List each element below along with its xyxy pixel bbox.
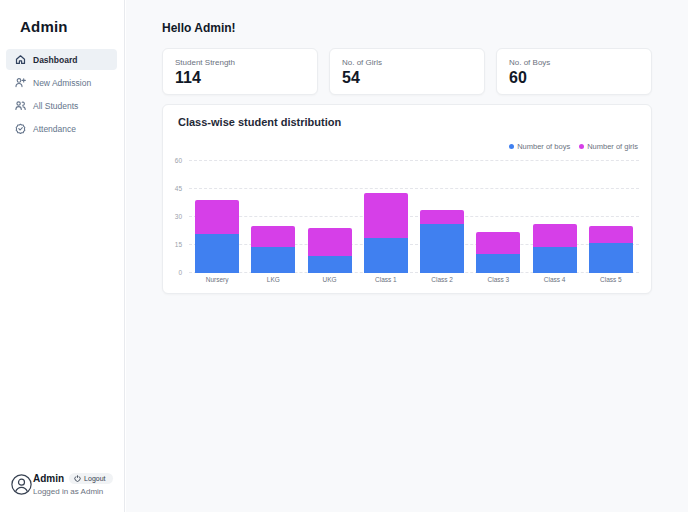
bar-column	[527, 161, 583, 273]
chart-plot: 015304560	[189, 161, 639, 273]
bar-segment[interactable]	[308, 228, 352, 256]
legend-dot-icon	[509, 144, 514, 149]
stat-card-girls: No. of Girls 54	[329, 48, 485, 95]
x-axis-label: LKG	[245, 276, 301, 283]
sidebar-item-all-students[interactable]: All Students	[6, 95, 117, 116]
stat-value: 60	[509, 69, 639, 87]
bar-segment[interactable]	[308, 256, 352, 273]
bar-segment[interactable]	[420, 224, 464, 273]
sidebar: Admin Dashboard New Admission All Studen…	[0, 0, 125, 512]
bar-lkg[interactable]	[251, 161, 295, 273]
y-axis-tick-label: 60	[175, 157, 182, 164]
bar-column	[583, 161, 639, 273]
stat-value: 114	[175, 69, 305, 87]
bar-segment[interactable]	[420, 210, 464, 225]
sidebar-item-label: New Admission	[33, 78, 91, 88]
y-axis-tick-label: 15	[175, 241, 182, 248]
logout-button[interactable]: Logout	[69, 473, 112, 484]
bar-segment[interactable]	[589, 226, 633, 243]
bar-column	[245, 161, 301, 273]
bar-segment[interactable]	[533, 224, 577, 246]
legend-item[interactable]: Number of boys	[509, 142, 570, 151]
bar-segment[interactable]	[251, 226, 295, 247]
y-axis-tick-label: 45	[175, 185, 182, 192]
bar-class-3[interactable]	[476, 161, 520, 273]
bar-segment[interactable]	[589, 243, 633, 273]
sidebar-item-label: Attendance	[33, 124, 76, 134]
y-axis-tick-label: 30	[175, 213, 182, 220]
chart-title: Class-wise student distribution	[178, 116, 341, 128]
legend-label: Number of girls	[587, 142, 638, 151]
home-icon	[15, 54, 26, 65]
bar-nursery[interactable]	[195, 161, 239, 273]
stat-label: No. of Girls	[342, 58, 472, 67]
bar-column	[189, 161, 245, 273]
legend-item[interactable]: Number of girls	[579, 142, 638, 151]
bar-column	[414, 161, 470, 273]
bar-class-5[interactable]	[589, 161, 633, 273]
bar-segment[interactable]	[251, 247, 295, 273]
users-icon	[15, 100, 26, 111]
bar-column	[302, 161, 358, 273]
x-axis-label: Class 5	[583, 276, 639, 283]
x-axis-label: Class 2	[414, 276, 470, 283]
sidebar-item-attendance[interactable]: Attendance	[6, 118, 117, 139]
user-name: Admin	[33, 473, 64, 484]
bar-segment[interactable]	[476, 254, 520, 273]
sidebar-item-new-admission[interactable]: New Admission	[6, 72, 117, 93]
bar-class-4[interactable]	[533, 161, 577, 273]
bar-ukg[interactable]	[308, 161, 352, 273]
x-axis-label: Class 3	[470, 276, 526, 283]
x-axis-label: Nursery	[189, 276, 245, 283]
login-status-text: Logged in as Admin	[33, 487, 118, 496]
sidebar-item-label: All Students	[33, 101, 78, 111]
legend-dot-icon	[579, 144, 584, 149]
stat-label: No. of Boys	[509, 58, 639, 67]
sidebar-user-block: Admin Logout Logged in as Admin	[11, 473, 118, 496]
chart-xlabels: NurseryLKGUKGClass 1Class 2Class 3Class …	[189, 276, 639, 283]
x-axis-label: UKG	[302, 276, 358, 283]
app-title: Admin	[20, 18, 68, 35]
user-avatar-icon	[11, 474, 32, 495]
stats-row: Student Strength 114 No. of Girls 54 No.…	[162, 48, 652, 95]
bar-segment[interactable]	[533, 247, 577, 273]
bars-row	[189, 161, 639, 273]
sidebar-nav: Dashboard New Admission All Students Att…	[0, 49, 124, 141]
bar-segment[interactable]	[195, 234, 239, 273]
stat-card-student-strength: Student Strength 114	[162, 48, 318, 95]
sidebar-item-dashboard[interactable]: Dashboard	[6, 49, 117, 70]
x-axis-label: Class 1	[358, 276, 414, 283]
sidebar-item-label: Dashboard	[33, 55, 77, 65]
stat-card-boys: No. of Boys 60	[496, 48, 652, 95]
legend-label: Number of boys	[517, 142, 570, 151]
x-axis-label: Class 4	[527, 276, 583, 283]
bar-segment[interactable]	[364, 238, 408, 273]
bar-segment[interactable]	[364, 193, 408, 238]
bar-segment[interactable]	[195, 200, 239, 234]
badge-check-icon	[15, 123, 26, 134]
stat-value: 54	[342, 69, 472, 87]
chart-card: Class-wise student distribution Number o…	[162, 104, 652, 294]
bar-segment[interactable]	[476, 232, 520, 254]
logout-label: Logout	[84, 475, 105, 482]
bar-class-1[interactable]	[364, 161, 408, 273]
stat-label: Student Strength	[175, 58, 305, 67]
bar-column	[358, 161, 414, 273]
chart-legend: Number of boysNumber of girls	[509, 142, 638, 151]
y-axis-tick-label: 0	[178, 269, 182, 276]
user-plus-icon	[15, 77, 26, 88]
bar-class-2[interactable]	[420, 161, 464, 273]
bar-column	[470, 161, 526, 273]
greeting-heading: Hello Admin!	[162, 21, 652, 35]
power-icon	[74, 475, 81, 482]
main-area: Hello Admin! Student Strength 114 No. of…	[126, 0, 688, 512]
